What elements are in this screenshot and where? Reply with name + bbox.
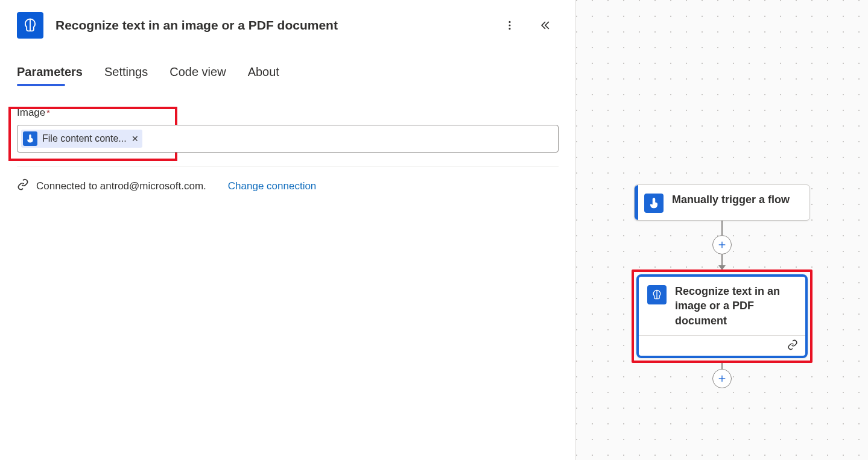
touch-icon [644,194,664,213]
link-icon [787,339,798,352]
connector-icon [17,12,43,39]
edge [721,254,723,265]
svg-point-3 [508,28,510,30]
details-panel: Recognize text in an image or a PDF docu… [0,0,576,460]
flow-node-recognize-text[interactable]: Recognize text in an image or a PDF docu… [636,274,808,358]
tab-about[interactable]: About [248,65,279,85]
more-vertical-icon [504,20,515,31]
highlight-box-node: Recognize text in an image or a PDF docu… [632,269,813,363]
connection-row: Connected to antrod@microsoft.com. Chang… [17,178,559,194]
tab-bar: Parameters Settings Code view About [17,65,559,85]
divider [17,166,559,166]
svg-point-1 [508,21,510,23]
tab-code-view[interactable]: Code view [169,65,226,85]
token-text: File content conte... [42,133,127,144]
collapse-panel-button[interactable] [537,17,554,34]
tab-parameters[interactable]: Parameters [17,65,83,85]
change-connection-link[interactable]: Change connection [228,180,317,192]
image-field-group: Image* File content conte... ✕ [17,106,559,153]
tab-settings[interactable]: Settings [104,65,148,85]
add-step-button[interactable] [712,235,732,254]
edge [721,363,723,369]
node-title: Manually trigger a flow [672,192,790,207]
image-token-input[interactable]: File content conte... ✕ [17,125,559,153]
touch-icon [23,131,37,146]
plus-icon [717,374,727,383]
panel-title: Recognize text in an image or a PDF docu… [55,18,502,33]
flow-node-trigger[interactable]: Manually trigger a flow [634,184,810,221]
connection-status-text: Connected to antrod@microsoft.com. [36,180,206,192]
chevron-double-left-icon [539,19,551,31]
link-icon [17,178,29,194]
flow-canvas[interactable]: Manually trigger a flow [576,0,868,460]
panel-header: Recognize text in an image or a PDF docu… [17,12,559,39]
plus-icon [717,240,727,250]
add-step-button[interactable] [712,369,732,388]
edge [721,221,723,235]
node-title: Recognize text in an image or a PDF docu… [675,284,797,328]
more-menu-button[interactable] [502,17,518,33]
dynamic-content-token[interactable]: File content conte... ✕ [21,130,142,148]
svg-point-2 [508,24,510,26]
token-remove-button[interactable]: ✕ [131,134,139,143]
ai-builder-icon [647,285,667,304]
